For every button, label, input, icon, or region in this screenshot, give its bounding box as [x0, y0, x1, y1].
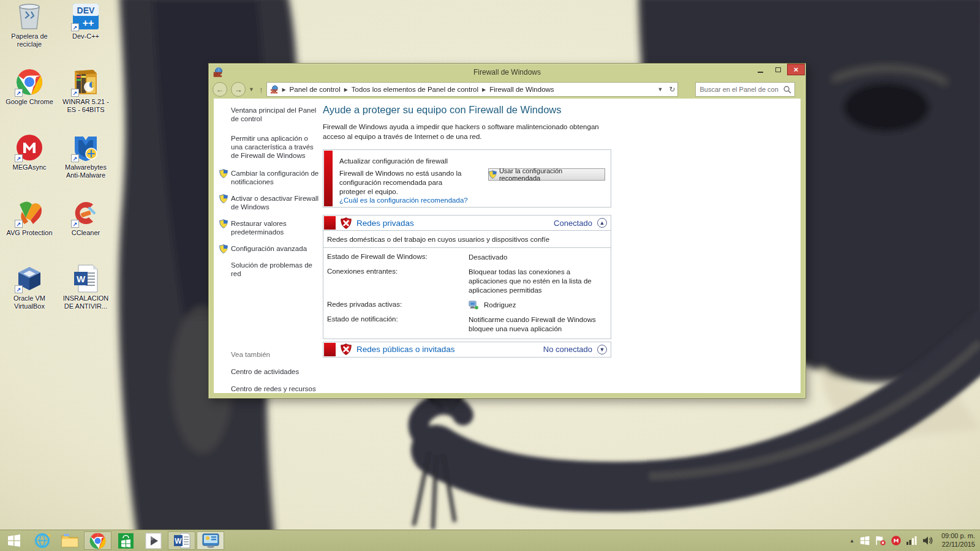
shortcut-arrow-icon: ↗ [15, 220, 23, 228]
desktop-icon-label: WINRAR 5.21 - ES - 64BITS [58, 98, 114, 113]
control-panel-icon [270, 85, 279, 94]
use-recommended-settings-button[interactable]: Usar la configuración recomendada [488, 168, 605, 181]
clock-time: 09:00 p. m. [941, 532, 975, 541]
breadcrumb-item-panel-de-control[interactable]: Panel de control [287, 86, 343, 93]
window-title: Firewall de Windows [209, 68, 805, 77]
recent-pages-dropdown-icon[interactable]: ▼ [249, 86, 254, 92]
titlebar[interactable]: Firewall de Windows × [209, 64, 805, 80]
desktop-icon-avg-protection[interactable]: ↗ AVG Protection [1, 199, 58, 264]
desktop-icon-label: INSRALACION DE ANTIVIR... [58, 294, 114, 310]
word-document-icon: W [72, 264, 100, 293]
sidebar-item-activar-desactivar[interactable]: Activar o desactivar Firewall de Windows [231, 194, 319, 211]
desktop-icon-recycle-bin[interactable]: Papelera de reciclaje [1, 2, 58, 68]
window-content: Ventana principal del Panel de control P… [214, 99, 801, 393]
taskbar-google-chrome[interactable] [84, 531, 111, 550]
windows-store-icon [118, 533, 134, 549]
sidebar-tasks: Ventana principal del Panel de control P… [214, 99, 323, 393]
detail-row-estado-notificacion: Estado de notificación: Notificarme cuan… [327, 315, 607, 334]
search-box [695, 82, 795, 97]
chrome-icon [89, 533, 106, 549]
see-also-link-centro-actividades[interactable]: Centro de actividades [231, 367, 317, 376]
sidebar-item-cambiar-notificaciones[interactable]: Cambiar la configuración de notificacion… [231, 169, 319, 186]
taskbar-internet-explorer[interactable] [28, 530, 56, 551]
taskbar-word[interactable]: W [168, 531, 195, 550]
private-networks-details: Estado de Firewall de Windows: Desactiva… [323, 248, 611, 339]
desktop-icon-label: Oracle VM VirtualBox [1, 294, 58, 310]
desktop-icon-virtualbox[interactable]: ↗ Oracle VM VirtualBox [1, 264, 58, 330]
active-network-name: Rodriguez [484, 301, 516, 310]
show-hidden-icons-chevron-icon[interactable]: ▲ [850, 538, 854, 544]
close-button[interactable]: × [787, 64, 805, 75]
sidebar-item-ventana-principal[interactable]: Ventana principal del Panel de control [231, 106, 319, 123]
collapse-chevron-icon[interactable]: ▲ [597, 218, 607, 228]
maximize-button[interactable] [769, 64, 787, 75]
sidebar-item-label: Configuración avanzada [231, 245, 307, 252]
taskbar-control-panel[interactable] [197, 531, 224, 550]
desktop-icon-google-chrome[interactable]: ↗ Google Chrome [1, 68, 58, 133]
see-also-link-centro-redes[interactable]: Centro de redes y recursos compartidos [231, 384, 317, 393]
desktop-icon-word-document[interactable]: W INSRALACION DE ANTIVIR... [58, 264, 114, 330]
detail-row-estado-firewall: Estado de Firewall de Windows: Desactiva… [327, 253, 607, 262]
window-controls: × [752, 64, 805, 75]
desktop-icon-ccleaner[interactable]: ↗ CCleaner [58, 199, 114, 264]
search-icon[interactable] [783, 86, 791, 94]
sidebar-item-configuracion-avanzada[interactable]: Configuración avanzada [231, 244, 319, 253]
public-networks-header[interactable]: Redes públicas o invitadas No conectado … [323, 342, 611, 358]
up-button[interactable]: ↑ [259, 85, 263, 94]
button-label: Usar la configuración recomendada [499, 167, 605, 182]
address-dropdown-icon[interactable]: ▼ [657, 86, 663, 92]
clock[interactable]: 09:00 p. m. 22/11/2015 [939, 532, 975, 549]
sidebar-item-permitir-aplicacion[interactable]: Permitir una aplicación o una caracterís… [231, 134, 319, 160]
recommended-settings-help-link[interactable]: ¿Cuál es la configuración recomendada? [339, 197, 468, 204]
private-networks-description: Redes domésticas o del trabajo en cuyos … [323, 231, 611, 248]
start-button[interactable] [0, 530, 28, 551]
desktop-icon-dev-cpp[interactable]: DEV ++ ↗ Dev-C++ [58, 2, 114, 68]
dev-cpp-icon: DEV ++ ↗ [72, 2, 100, 31]
sidebar-item-label: Restaurar valores predeterminados [231, 220, 287, 236]
desktop-icon-malwarebytes[interactable]: ↗ Malwarebytes Anti-Malware [58, 133, 114, 199]
forward-button[interactable]: → [231, 82, 246, 97]
virtualbox-icon: ↗ [15, 264, 43, 293]
taskbar-media-player[interactable] [140, 530, 167, 551]
megasync-icon: ↗ [15, 133, 43, 162]
back-button[interactable]: ← [213, 82, 227, 97]
shortcut-arrow-icon: ↗ [71, 220, 79, 228]
public-networks-status: No conectado [543, 345, 592, 354]
desktop-icon-label: Google Chrome [6, 98, 53, 106]
network-icon [469, 301, 478, 310]
detail-value: Notificarme cuando Firewall de Windows b… [469, 315, 607, 334]
megasync-tray-icon[interactable] [891, 536, 901, 545]
desktop-icon-megasync[interactable]: ↗ MEGAsync [1, 133, 58, 199]
firewall-off-shield-icon [341, 217, 352, 229]
tray-windows-logo-icon[interactable] [860, 536, 870, 545]
expand-chevron-icon[interactable]: ▼ [597, 345, 607, 354]
sidebar-item-solucion-problemas[interactable]: Solución de problemas de red [231, 261, 319, 278]
internet-explorer-icon [34, 533, 50, 549]
desktop-icon-label: Malwarebytes Anti-Malware [58, 163, 114, 179]
sidebar-item-restaurar-valores[interactable]: Restaurar valores predeterminados [231, 219, 319, 236]
private-networks-header[interactable]: Redes privadas Conectado ▲ [323, 215, 611, 231]
shortcut-arrow-icon: ↗ [15, 89, 23, 97]
desktop-icon-winrar[interactable]: ↗ WINRAR 5.21 - ES - 64BITS [58, 68, 114, 133]
action-center-flag-icon[interactable] [875, 536, 886, 545]
breadcrumb-item-todos-los-elementos[interactable]: Todos los elementos de Panel de control [349, 86, 481, 93]
search-input[interactable] [696, 86, 778, 93]
desktop-icon-grid: Papelera de reciclaje DEV ++ ↗ Dev-C++ [1, 2, 114, 330]
breadcrumb[interactable]: ▶ Panel de control ▶ Todos los elementos… [266, 82, 678, 97]
taskbar-file-explorer[interactable] [56, 530, 83, 551]
ccleaner-icon: ↗ [72, 199, 100, 227]
uac-shield-icon [219, 219, 228, 228]
shortcut-arrow-icon: ↗ [71, 154, 79, 162]
desktop-icon-label: Papelera de reciclaje [1, 32, 58, 48]
uac-shield-icon [219, 244, 228, 253]
volume-icon[interactable] [922, 536, 933, 545]
breadcrumb-item-firewall[interactable]: Firewall de Windows [487, 86, 556, 93]
network-signal-icon[interactable] [907, 536, 917, 545]
firewall-window: Firewall de Windows × ← → ▼ ↑ ▶ Panel de… [208, 63, 806, 399]
minimize-button[interactable] [752, 64, 769, 75]
avg-icon: ↗ [15, 199, 43, 227]
taskbar-windows-store[interactable] [112, 530, 140, 551]
refresh-icon[interactable]: ↻ [669, 85, 675, 94]
uac-shield-icon [489, 170, 497, 179]
sidebar-item-label: Solución de problemas de red [231, 261, 312, 277]
